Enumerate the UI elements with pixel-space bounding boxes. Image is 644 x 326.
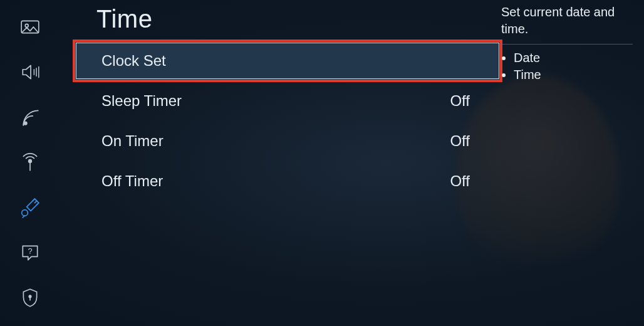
- menu-item-value: Off: [450, 132, 470, 150]
- menu-item-label: On Timer: [101, 132, 164, 150]
- menu-item-label: Sleep Timer: [101, 92, 182, 110]
- help-divider: [501, 44, 633, 45]
- help-bullets: Date Time: [501, 51, 633, 82]
- help-bullet: Time: [514, 68, 633, 82]
- help-panel: Set current date and time. Date Time: [501, 4, 633, 85]
- menu-item-clock-set[interactable]: Clock Set: [75, 42, 500, 80]
- menu-item-off-timer[interactable]: Off Timer Off: [75, 162, 500, 200]
- help-description: Set current date and time.: [501, 4, 633, 38]
- svg-text:?: ?: [28, 246, 32, 256]
- broadcast-icon[interactable]: [18, 105, 42, 129]
- settings-sidebar: ?: [0, 0, 60, 326]
- svg-point-4: [22, 210, 28, 216]
- network-icon[interactable]: [18, 150, 42, 174]
- security-icon[interactable]: [18, 286, 42, 310]
- picture-icon[interactable]: [18, 15, 42, 39]
- menu-item-label: Clock Set: [101, 52, 166, 70]
- help-bullet: Date: [514, 51, 633, 65]
- time-settings-panel: Time Clock Set Sleep Timer Off On Timer …: [75, 0, 500, 326]
- menu-item-label: Off Timer: [101, 172, 163, 190]
- svg-point-2: [24, 122, 27, 125]
- svg-point-1: [25, 24, 28, 27]
- page-title: Time: [96, 5, 500, 33]
- system-icon[interactable]: [18, 196, 42, 219]
- menu-item-on-timer[interactable]: On Timer Off: [75, 122, 500, 160]
- menu-item-value: Off: [450, 92, 470, 110]
- sound-icon[interactable]: [18, 60, 42, 84]
- menu-item-sleep-timer[interactable]: Sleep Timer Off: [75, 82, 500, 120]
- support-icon[interactable]: ?: [18, 241, 42, 265]
- menu-item-value: Off: [450, 172, 470, 190]
